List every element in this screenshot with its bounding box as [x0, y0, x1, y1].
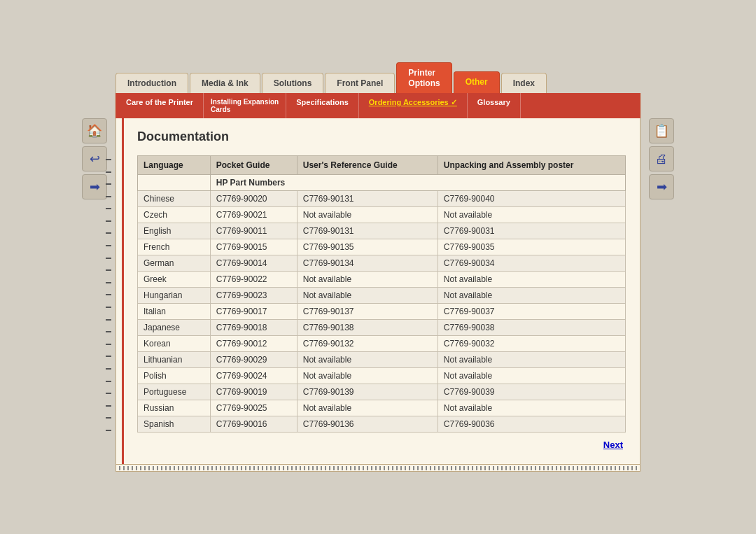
next-link[interactable]: Next — [603, 440, 623, 450]
cell-reference: Not available — [297, 367, 438, 384]
cell-assembly: C7769-90037 — [438, 303, 625, 319]
col-header-assembly: Unpacking and Assembly poster — [438, 155, 625, 174]
right-nav-panel: 📋 🖨 ➡ — [649, 118, 674, 199]
cell-reference: C7769-90135 — [297, 239, 438, 255]
forward-right-button[interactable]: ➡ — [649, 174, 674, 199]
cell-language: Chinese — [138, 190, 211, 206]
content-area: Documentation Language Pocket Guide User… — [115, 118, 640, 465]
cell-reference: C7769-90139 — [297, 384, 438, 400]
cell-reference: C7769-90131 — [297, 190, 438, 206]
home-icon: 🏠 — [87, 123, 102, 139]
cell-language: Polish — [138, 367, 211, 384]
cell-language: Italian — [138, 303, 211, 319]
col-header-pocket: Pocket Guide — [210, 155, 297, 174]
cell-pocket: C7769-90023 — [210, 287, 297, 303]
page-title: Documentation — [137, 129, 626, 144]
cell-pocket: C7769-90012 — [210, 335, 297, 351]
cell-reference: C7769-90138 — [297, 319, 438, 335]
cell-pocket: C7769-90021 — [210, 206, 297, 223]
subtab-specifications[interactable]: Specifications — [286, 93, 359, 118]
table-row: KoreanC7769-90012C7769-90132C7769-90032 — [138, 335, 626, 351]
subtab-installing-expansion[interactable]: Installing Expansion Cards — [204, 93, 286, 118]
cell-assembly: Not available — [438, 400, 625, 416]
col-header-reference: User's Reference Guide — [297, 155, 438, 174]
cell-pocket: C7769-90011 — [210, 223, 297, 239]
cell-language: Japanese — [138, 319, 211, 335]
tab-solutions[interactable]: Solutions — [262, 73, 324, 93]
cell-pocket: C7769-90022 — [210, 271, 297, 287]
tab-front-panel[interactable]: Front Panel — [325, 73, 395, 93]
cell-pocket: C7769-90016 — [210, 416, 297, 432]
forward-left-button[interactable]: ➡ — [82, 174, 107, 199]
table-row: JapaneseC7769-90018C7769-90138C7769-9003… — [138, 319, 626, 335]
cell-reference: Not available — [297, 400, 438, 416]
cell-assembly: Not available — [438, 206, 625, 223]
hp-part-numbers-row: HP Part Numbers — [138, 174, 626, 190]
subtab-care-printer[interactable]: Care of the Printer — [116, 93, 204, 118]
cell-pocket: C7769-90014 — [210, 255, 297, 271]
cell-pocket: C7769-90017 — [210, 303, 297, 319]
table-row: SpanishC7769-90016C7769-90136C7769-90036 — [138, 416, 626, 432]
next-link-container: Next — [130, 440, 623, 450]
cell-reference: C7769-90134 — [297, 255, 438, 271]
cell-language: Lithuanian — [138, 351, 211, 367]
subtabs-row: Care of the Printer Installing Expansion… — [115, 93, 640, 118]
cell-assembly: C7769-90031 — [438, 223, 625, 239]
cell-pocket: C7769-90025 — [210, 400, 297, 416]
cell-language: Portuguese — [138, 384, 211, 400]
table-row: CzechC7769-90021Not availableNot availab… — [138, 206, 626, 223]
table-row: GreekC7769-90022Not availableNot availab… — [138, 271, 626, 287]
cell-reference: C7769-90136 — [297, 416, 438, 432]
tick-marks — [115, 465, 640, 472]
cell-pocket: C7769-90024 — [210, 367, 297, 384]
tab-printer-options[interactable]: Printer Options — [396, 62, 451, 93]
tabs-row: Introduction Media & Ink Solutions Front… — [115, 62, 640, 93]
cell-language: Hungarian — [138, 287, 211, 303]
back-button[interactable]: ↩ — [82, 146, 107, 171]
tab-index[interactable]: Index — [501, 73, 547, 93]
cell-language: Czech — [138, 206, 211, 223]
table-row: HungarianC7769-90023Not availableNot ava… — [138, 287, 626, 303]
table-row: PortugueseC7769-90019C7769-90139C7769-90… — [138, 384, 626, 400]
main-container: Introduction Media & Ink Solutions Front… — [115, 62, 640, 472]
cell-reference: Not available — [297, 271, 438, 287]
print-button[interactable]: 🖨 — [649, 146, 674, 171]
forward-right-icon: ➡ — [657, 179, 667, 195]
cell-pocket: C7769-90015 — [210, 239, 297, 255]
cell-assembly: Not available — [438, 351, 625, 367]
tab-other[interactable]: Other — [454, 71, 500, 93]
cell-assembly: Not available — [438, 367, 625, 384]
subtab-ordering-accessories[interactable]: Ordering Accessories ✓ — [359, 93, 468, 118]
cell-assembly: C7769-90040 — [438, 190, 625, 206]
table-row: LithuanianC7769-90029Not availableNot av… — [138, 351, 626, 367]
cell-language: Greek — [138, 271, 211, 287]
documentation-table: Language Pocket Guide User's Reference G… — [137, 155, 626, 433]
cell-reference: Not available — [297, 287, 438, 303]
cell-language: Russian — [138, 400, 211, 416]
table-row: GermanC7769-90014C7769-90134C7769-90034 — [138, 255, 626, 271]
left-accent-bar — [122, 118, 124, 464]
home-button[interactable]: 🏠 — [82, 118, 107, 143]
tab-introduction[interactable]: Introduction — [115, 73, 188, 93]
cell-pocket: C7769-90020 — [210, 190, 297, 206]
table-row: PolishC7769-90024Not availableNot availa… — [138, 367, 626, 384]
cell-reference: C7769-90131 — [297, 223, 438, 239]
subtab-glossary[interactable]: Glossary — [468, 93, 521, 118]
cell-assembly: C7769-90036 — [438, 416, 625, 432]
cell-assembly: C7769-90035 — [438, 239, 625, 255]
cell-assembly: Not available — [438, 271, 625, 287]
left-nav-panel: 🏠 ↩ ➡ — [82, 118, 107, 199]
tab-media-ink[interactable]: Media & Ink — [190, 73, 260, 93]
print-icon: 🖨 — [655, 152, 668, 167]
cell-assembly: C7769-90032 — [438, 335, 625, 351]
table-row: RussianC7769-90025Not availableNot avail… — [138, 400, 626, 416]
cell-language: Korean — [138, 335, 211, 351]
back-icon: ↩ — [90, 151, 100, 167]
cell-pocket: C7769-90029 — [210, 351, 297, 367]
forward-left-icon: ➡ — [90, 179, 100, 195]
cell-assembly: C7769-90039 — [438, 384, 625, 400]
table-row: FrenchC7769-90015C7769-90135C7769-90035 — [138, 239, 626, 255]
cell-language: Spanish — [138, 416, 211, 432]
toc-button[interactable]: 📋 — [649, 118, 674, 143]
table-row: EnglishC7769-90011C7769-90131C7769-90031 — [138, 223, 626, 239]
